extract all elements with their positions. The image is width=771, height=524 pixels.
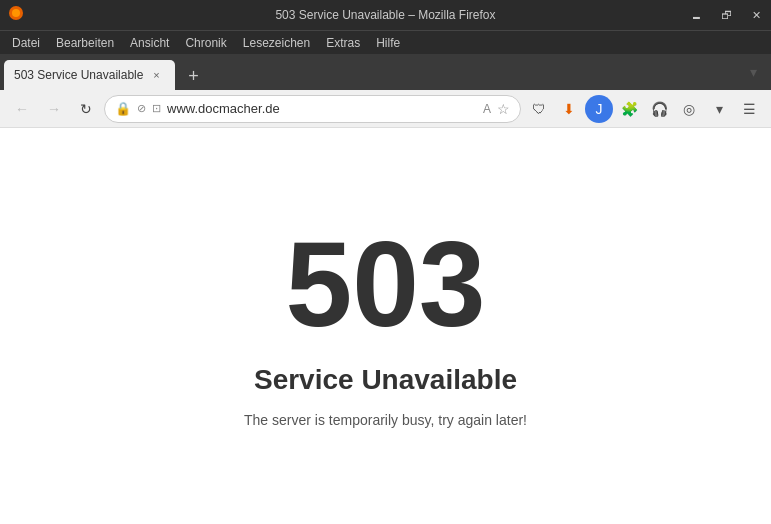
more-icon[interactable]: ▾ xyxy=(705,95,733,123)
tab-close-button[interactable]: × xyxy=(147,66,165,84)
container-icon: ⊡ xyxy=(152,102,161,115)
menu-datei[interactable]: Datei xyxy=(4,34,48,52)
headset-icon[interactable]: ◎ xyxy=(675,95,703,123)
minimize-button[interactable]: 🗕 xyxy=(681,0,711,30)
menu-button[interactable]: ☰ xyxy=(735,95,763,123)
menu-bearbeiten[interactable]: Bearbeiten xyxy=(48,34,122,52)
navbar: ← → ↻ 🔒 ⊘ ⊡ www.docmacher.de A ☆ 🛡 ⬇ J 🧩… xyxy=(0,90,771,128)
shield-icon[interactable]: 🛡 xyxy=(525,95,553,123)
window-title: 503 Service Unavailable – Mozilla Firefo… xyxy=(275,8,495,22)
account-icon[interactable]: J xyxy=(585,95,613,123)
menu-ansicht[interactable]: Ansicht xyxy=(122,34,177,52)
forward-button[interactable]: → xyxy=(40,95,68,123)
bookmark-icon[interactable]: ☆ xyxy=(497,101,510,117)
url-bar[interactable]: 🔒 ⊘ ⊡ www.docmacher.de A ☆ xyxy=(104,95,521,123)
maximize-button[interactable]: 🗗 xyxy=(711,0,741,30)
menu-chronik[interactable]: Chronik xyxy=(177,34,234,52)
error-message: The server is temporarily busy, try agai… xyxy=(244,412,527,428)
tab-chevron-button[interactable]: ▾ xyxy=(739,58,767,86)
titlebar: 503 Service Unavailable – Mozilla Firefo… xyxy=(0,0,771,30)
tracking-icon: ⊘ xyxy=(137,102,146,115)
toolbar-icons: 🛡 ⬇ J 🧩 🎧 ◎ ▾ ☰ xyxy=(525,95,763,123)
content-area: 503 Service Unavailable The server is te… xyxy=(0,128,771,524)
firefox-logo xyxy=(8,5,24,25)
download-icon[interactable]: ⬇ xyxy=(555,95,583,123)
music-icon[interactable]: 🎧 xyxy=(645,95,673,123)
window-controls: 🗕 🗗 ✕ xyxy=(681,0,771,30)
tabbar-right: ▾ xyxy=(739,58,767,90)
svg-point-1 xyxy=(12,9,20,17)
close-button[interactable]: ✕ xyxy=(741,0,771,30)
translate-icon[interactable]: A xyxy=(483,102,491,116)
menubar: Datei Bearbeiten Ansicht Chronik Lesezei… xyxy=(0,30,771,54)
error-code: 503 xyxy=(285,224,485,344)
active-tab[interactable]: 503 Service Unavailable × xyxy=(4,60,175,90)
menu-extras[interactable]: Extras xyxy=(318,34,368,52)
error-title: Service Unavailable xyxy=(254,364,517,396)
new-tab-button[interactable]: + xyxy=(179,62,207,90)
back-button[interactable]: ← xyxy=(8,95,36,123)
extensions-icon[interactable]: 🧩 xyxy=(615,95,643,123)
tab-title: 503 Service Unavailable xyxy=(14,68,143,82)
security-icon: 🔒 xyxy=(115,101,131,116)
menu-hilfe[interactable]: Hilfe xyxy=(368,34,408,52)
tabbar: 503 Service Unavailable × + ▾ xyxy=(0,54,771,90)
reload-button[interactable]: ↻ xyxy=(72,95,100,123)
url-text: www.docmacher.de xyxy=(167,101,477,116)
menu-lesezeichen[interactable]: Lesezeichen xyxy=(235,34,318,52)
